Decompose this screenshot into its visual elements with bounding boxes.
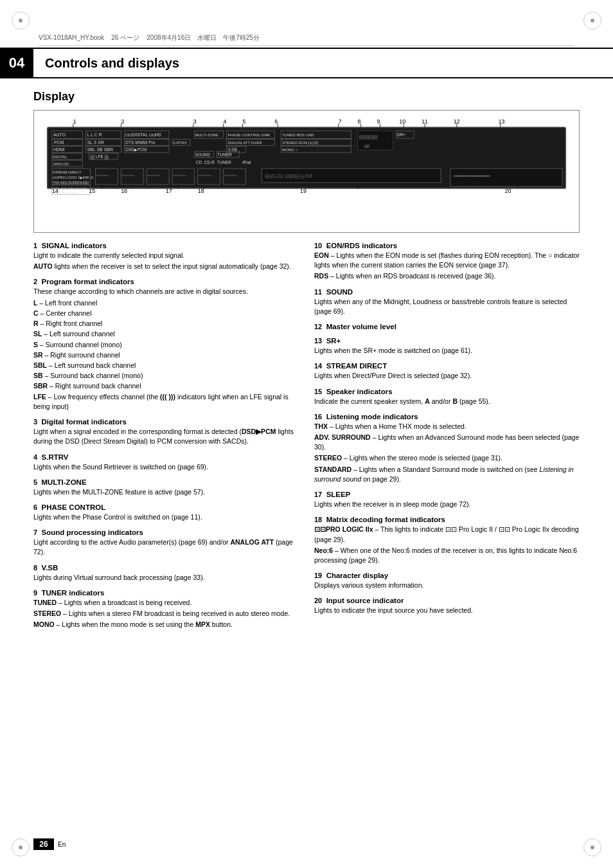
indicator-19-title: 19 Character display <box>314 572 580 579</box>
svg-text:SR+: SR+ <box>396 132 405 137</box>
corner-circle-tr <box>583 12 601 30</box>
indicator-12: 12 Master volume level <box>314 323 580 330</box>
indicator-20-title: 20 Input source indicator <box>314 597 580 604</box>
indicator-16-text3: STEREO – Lights when the stereo mode is … <box>314 453 580 463</box>
indicator-2-title: 2 Program format indicators <box>33 278 299 285</box>
left-column: 1 SIGNAL indicators Light to indicate th… <box>33 242 299 636</box>
indicator-14-text: Lights when Direct/Pure Direct is select… <box>314 371 580 381</box>
indicator-16-text2: ADV. SURROUND – Lights when an Advanced … <box>314 433 580 452</box>
svg-text:⊡⊡PRO LOGIC II▶N80 :6: ⊡⊡PRO LOGIC II▶N80 :6 <box>53 176 93 179</box>
svg-text:TUNER: TUNER <box>217 160 232 165</box>
meta-page: 26 <box>111 34 118 41</box>
svg-text:STREAM DIRECT: STREAM DIRECT <box>53 170 82 174</box>
svg-text:▪▪▪▪▪▪▪▪▪▪▪▪▪▪▪▪▪▪▪▪: ▪▪▪▪▪▪▪▪▪▪▪▪▪▪▪▪▪▪▪▪ <box>454 173 490 179</box>
indicator-8-text: Lights during Virtual surround back proc… <box>33 573 299 583</box>
svg-text:DTS  WMA9 Pro: DTS WMA9 Pro <box>125 140 155 145</box>
indicator-6-title: 6 PHASE CONTROL <box>33 503 299 511</box>
indicator-15-text: Indicate the current speaker system, A a… <box>314 397 580 406</box>
indicator-1: 1 SIGNAL indicators Light to indicate th… <box>33 242 299 271</box>
svg-text:⊡⊡DIGITAL ⊡⊡HD: ⊡⊡DIGITAL ⊡⊡HD <box>125 132 161 137</box>
svg-text:DSD▶PCM: DSD▶PCM <box>125 147 147 152</box>
meta-file: VSX-1018AH_HY.book <box>39 34 104 41</box>
indicator-17: 17 SLEEP Lights when the receiver is in … <box>314 491 580 509</box>
svg-text:6: 6 <box>274 118 278 125</box>
indicator-13: 13 SR+ Lights when the SR+ mode is switc… <box>314 337 580 356</box>
svg-text:2: 2 <box>121 118 124 125</box>
indicator-7-text: Light according to the active Audio para… <box>33 538 299 557</box>
page-footer: 26 En <box>33 838 66 850</box>
indicator-11-title: 11 SOUND <box>314 288 580 296</box>
indicator-16-title: 16 Listening mode indicators <box>314 413 580 420</box>
indicator-10-text2: RDS – Lights when an RDS broadcast is re… <box>314 271 580 281</box>
svg-text:STEREO EON   [1] [2]: STEREO EON [1] [2] <box>282 141 318 145</box>
indicator-20-text: Lights to indicate the input source you … <box>314 606 580 615</box>
svg-text:((( LFE ))): ((( LFE ))) <box>91 154 109 159</box>
indicator-8: 8 V.SB Lights during Virtual surround ba… <box>33 564 299 583</box>
svg-text:AUTO: AUTO <box>53 132 66 137</box>
svg-text:BDP DVR  HDMI  [1]  [2]: BDP DVR HDMI [1] [2] <box>265 176 304 179</box>
indicator-3-text: Light when a signal encoded in the corre… <box>33 427 299 446</box>
svg-text:L  L  C  R: L L C R <box>87 132 102 137</box>
section-title: Display <box>33 90 580 104</box>
svg-text:SOUND: SOUND <box>195 152 211 157</box>
svg-text:ANALOG: ANALOG <box>53 162 69 166</box>
svg-text:||||||||||||||||: |||||||||||||||| <box>359 134 378 140</box>
svg-text:PCM: PCM <box>54 140 64 145</box>
top-meta: VSX-1018AH_HY.book 26 ページ 2008年4月16日 水曜日… <box>39 33 574 46</box>
indicator-12-title: 12 Master volume level <box>314 323 580 330</box>
svg-text:▪▪▪▪▪▪▪▪: ▪▪▪▪▪▪▪▪ <box>224 173 237 177</box>
indicator-17-text: Lights when the receiver is in sleep mod… <box>314 500 580 509</box>
svg-text:MULTI-ZONE: MULTI-ZONE <box>195 133 218 137</box>
indicator-9-text1: TUNED – Lights when a broadcast is being… <box>33 598 299 608</box>
svg-text:DIGITAL: DIGITAL <box>53 155 67 159</box>
corner-circle-bl <box>12 838 30 856</box>
meta-date: 2008年4月16日 水曜日 午後7時25分 <box>147 34 260 41</box>
svg-text:16: 16 <box>121 188 127 194</box>
indicator-14-title: 14 STREAM DIRECT <box>314 362 580 370</box>
svg-text:20: 20 <box>505 188 511 194</box>
indicator-6: 6 PHASE CONTROL Lights when the Phase Co… <box>33 503 299 522</box>
svg-text:17: 17 <box>166 188 172 194</box>
display-diagram: 1 2 3 4 5 6 7 8 9 10 11 12 13 AUTO PCM H… <box>33 110 580 233</box>
svg-text:SBL SB SBR: SBL SB SBR <box>87 147 113 152</box>
indicator-1-text2: AUTO lights when the receiver is set to … <box>33 262 299 271</box>
indicator-4: 4 S.RTRV Lights when the Sound Retriever… <box>33 453 299 472</box>
indicator-2: 2 Program format indicators These change… <box>33 278 299 411</box>
svg-text:▪▪▪▪▪▪▪▪: ▪▪▪▪▪▪▪▪ <box>147 173 160 177</box>
svg-text:1: 1 <box>73 118 76 125</box>
svg-text:15: 15 <box>89 188 96 194</box>
corner-circle-br <box>583 838 601 856</box>
indicator-10-text1: EON – Lights when the EON mode is set (f… <box>314 251 580 270</box>
svg-text:CD: CD <box>196 160 202 165</box>
svg-text:▪▪▪▪▪▪▪▪: ▪▪▪▪▪▪▪▪ <box>199 173 211 177</box>
right-column: 10 EON/RDS indicators EON – Lights when … <box>314 242 580 636</box>
indicator-9: 9 TUNER indicators TUNED – Lights when a… <box>33 589 299 630</box>
indicator-18-title: 18 Matrix decoding format indicators <box>314 516 580 523</box>
indicator-5-title: 5 MULTI-ZONE <box>33 478 299 486</box>
svg-text:DIALOG  ATT  OVER: DIALOG ATT OVER <box>228 141 263 145</box>
indicator-3: 3 Digital format indicators Light when a… <box>33 418 299 446</box>
indicator-8-title: 8 V.SB <box>33 564 299 572</box>
indicator-19: 19 Character display Displays various sy… <box>314 572 580 590</box>
indicator-7-title: 7 Sound processing indicators <box>33 529 299 536</box>
indicator-19-text: Displays various system information. <box>314 581 580 590</box>
svg-text:▪▪▪▪▪▪▪▪: ▪▪▪▪▪▪▪▪ <box>173 173 186 177</box>
svg-text:4: 4 <box>224 118 227 125</box>
indicator-4-title: 4 S.RTRV <box>33 453 299 461</box>
indicator-2-text: These change according to which channels… <box>33 287 299 296</box>
svg-text:3: 3 <box>193 118 197 125</box>
indicator-1-title: 1 SIGNAL indicators <box>33 242 299 249</box>
svg-text:5: 5 <box>242 118 245 125</box>
indicator-15: 15 Speaker indicators Indicate the curre… <box>314 388 580 406</box>
indicator-18-text2: Neo:6 – When one of the Neo:6 modes of t… <box>314 546 580 565</box>
svg-text:CD-R: CD-R <box>204 160 215 165</box>
indicator-5: 5 MULTI-ZONE Lights when the MULTI-ZONE … <box>33 478 299 497</box>
indicator-7: 7 Sound processing indicators Light acco… <box>33 529 299 557</box>
indicator-17-title: 17 SLEEP <box>314 491 580 498</box>
chapter-title-box: Controls and displays <box>33 48 613 78</box>
indicator-11-text: Lights when any of the Midnight, Loudnes… <box>314 297 580 316</box>
svg-text:9: 9 <box>377 118 380 125</box>
indicator-18: 18 Matrix decoding format indicators ⊡⊡P… <box>314 516 580 565</box>
svg-text:iPod: iPod <box>242 160 251 165</box>
page-lang: En <box>58 841 66 848</box>
